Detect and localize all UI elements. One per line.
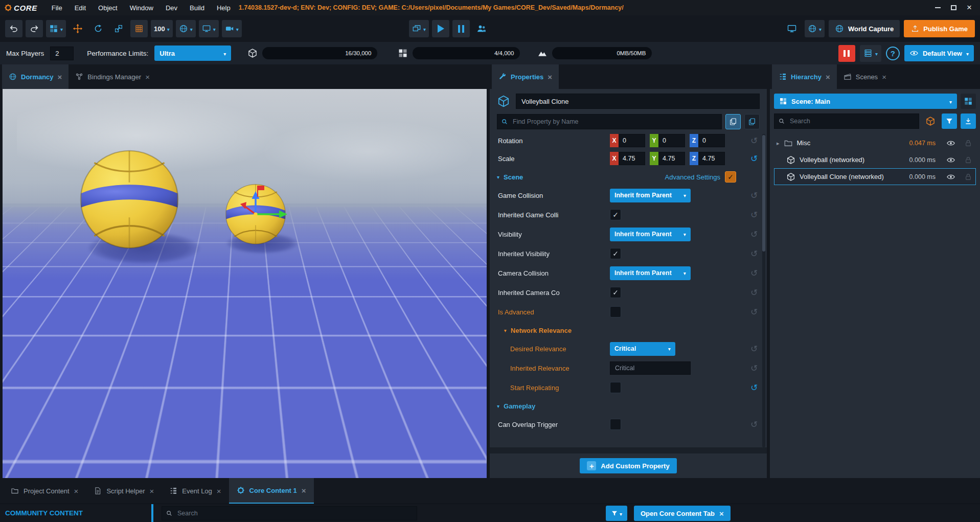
rotation-z-field[interactable]: 0 [698, 134, 725, 147]
tab-properties[interactable]: Properties [492, 64, 559, 89]
community-filter-button[interactable] [606, 506, 627, 521]
eye-icon[interactable] [946, 155, 955, 165]
hierarchy-search-input[interactable] [774, 114, 919, 129]
scrollbar-thumb[interactable] [762, 135, 765, 252]
game-collision-dropdown[interactable]: Inherit from Parent [610, 189, 691, 202]
tab-hierarchy[interactable]: Hierarchy [772, 64, 837, 89]
menu-help[interactable]: Help [211, 4, 237, 12]
close-icon[interactable] [74, 487, 79, 495]
close-icon[interactable] [548, 73, 552, 81]
world-capture-button[interactable]: World Capture [829, 20, 900, 37]
redo-button[interactable] [26, 20, 43, 37]
scale-tool-button[interactable] [110, 20, 127, 37]
rotation-y-field[interactable]: 0 [658, 134, 685, 147]
menu-edit[interactable]: Edit [69, 4, 92, 12]
pause-stats-button[interactable] [838, 45, 855, 62]
lock-icon[interactable] [964, 173, 972, 181]
networked-filter-button[interactable] [923, 114, 938, 129]
close-icon[interactable] [217, 487, 221, 495]
add-custom-property-button[interactable]: Add Custom Property [580, 458, 676, 473]
copy-properties-button[interactable] [725, 114, 741, 129]
reset-button[interactable] [747, 248, 761, 259]
can-overlap-triggers-checkbox[interactable] [610, 419, 621, 430]
lock-icon[interactable] [964, 139, 972, 147]
reset-button[interactable] [747, 419, 761, 430]
tree-item-volleyball[interactable]: Volleyball (networked) 0.000 ms [774, 151, 976, 168]
minimize-icon[interactable] [935, 7, 941, 8]
eye-icon[interactable] [946, 139, 955, 148]
tab-script-helper[interactable]: Script Helper [86, 478, 162, 504]
grid-snap-toggle-button[interactable] [130, 20, 148, 37]
world-options-dropdown[interactable] [176, 20, 196, 37]
camera-collision-dropdown[interactable]: Inherit from Parent [610, 266, 691, 280]
tab-core-content[interactable]: Core Content 1 [229, 478, 314, 504]
menu-build[interactable]: Build [184, 4, 211, 12]
tab-dormancy[interactable]: Dormancy [2, 64, 69, 89]
screen-share-button[interactable] [783, 20, 801, 37]
max-players-input[interactable] [50, 47, 74, 60]
move-tool-button[interactable] [69, 20, 86, 37]
collapse-all-button[interactable] [961, 114, 976, 129]
menu-window[interactable]: Window [124, 4, 159, 12]
reset-button[interactable] [747, 229, 761, 240]
help-button[interactable] [886, 47, 900, 60]
publish-game-button[interactable]: Publish Game [904, 20, 975, 37]
quality-dropdown[interactable]: Ultra [154, 46, 231, 61]
play-button[interactable] [432, 20, 449, 37]
reset-button[interactable] [747, 287, 761, 298]
tree-item-volleyball-clone[interactable]: Volleyball Clone (networked) 0.000 ms [774, 168, 976, 185]
close-icon[interactable] [882, 73, 886, 81]
close-icon[interactable] [302, 486, 306, 495]
lock-icon[interactable] [964, 156, 972, 164]
reset-button[interactable] [747, 382, 761, 393]
close-icon[interactable] [967, 4, 972, 12]
reset-button[interactable] [747, 344, 761, 354]
menu-object[interactable]: Object [92, 4, 124, 12]
scale-x-field[interactable]: 4.75 [619, 152, 645, 165]
desired-relevance-dropdown[interactable]: Critical [610, 342, 675, 356]
inherited-game-collision-checkbox[interactable] [610, 209, 621, 220]
paste-properties-button[interactable] [744, 114, 760, 129]
tab-project-content[interactable]: Project Content [3, 478, 86, 504]
reset-button[interactable] [747, 268, 761, 279]
rotate-tool-button[interactable] [89, 20, 107, 37]
scene-settings-button[interactable] [961, 94, 976, 109]
expand-caret-icon[interactable] [777, 139, 780, 147]
reset-scale-button[interactable] [747, 153, 761, 164]
transform-gizmo[interactable] [215, 183, 297, 244]
viewport-3d[interactable] [3, 89, 487, 478]
reset-rotation-button[interactable] [747, 135, 761, 146]
storage-dropdown[interactable] [860, 45, 881, 62]
multiplayer-preview-dropdown[interactable] [409, 20, 429, 37]
scene-selector-dropdown[interactable]: Scene: Main [774, 94, 957, 109]
menu-dev[interactable]: Dev [159, 4, 184, 12]
tab-bindings-manager[interactable]: Bindings Manager [69, 64, 156, 89]
reset-button[interactable] [747, 307, 761, 317]
reset-button[interactable] [747, 363, 761, 374]
web-options-dropdown[interactable] [805, 20, 825, 37]
inherited-visibility-checkbox[interactable] [610, 248, 621, 259]
reset-button[interactable] [747, 190, 761, 201]
close-icon[interactable] [58, 73, 62, 81]
filter-button[interactable] [942, 114, 957, 129]
close-icon[interactable] [719, 509, 724, 518]
snap-settings-button[interactable] [46, 20, 66, 37]
section-scene[interactable]: Scene Advanced Settings [490, 168, 761, 186]
inherited-relevance-field[interactable]: Critical [610, 361, 691, 375]
start-replicating-checkbox[interactable] [610, 382, 621, 393]
menu-file[interactable]: File [45, 4, 69, 12]
inherited-camera-collision-checkbox[interactable] [610, 287, 621, 298]
scale-y-field[interactable]: 4.75 [658, 152, 685, 165]
screen-options-dropdown[interactable] [199, 20, 219, 37]
multiplayer-players-button[interactable] [473, 20, 490, 37]
camera-options-dropdown[interactable] [222, 20, 242, 37]
community-search-input[interactable] [162, 506, 417, 520]
advanced-settings-label[interactable]: Advanced Settings [665, 173, 720, 181]
visibility-dropdown[interactable]: Inherit from Parent [610, 228, 691, 241]
snap-size-dropdown[interactable]: 100 [151, 20, 173, 37]
tab-event-log[interactable]: Event Log [162, 478, 229, 504]
advanced-settings-checkbox[interactable] [725, 171, 736, 183]
property-search-input[interactable] [497, 114, 722, 129]
panel-splitter[interactable] [151, 504, 153, 522]
tab-scenes[interactable]: Scenes [837, 64, 893, 89]
